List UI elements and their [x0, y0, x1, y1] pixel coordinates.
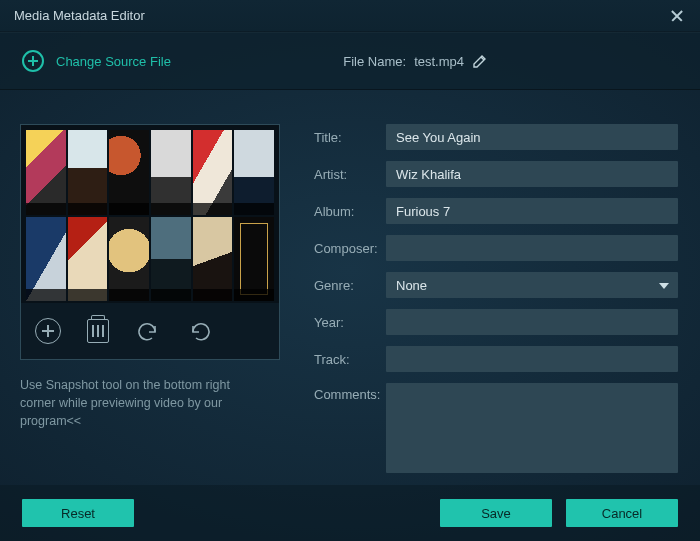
comments-input[interactable]: [386, 383, 678, 473]
hint-text: Use Snapshot tool on the bottom right co…: [20, 376, 265, 430]
thumbnail[interactable]: [68, 130, 108, 215]
close-icon[interactable]: [668, 7, 686, 25]
year-input[interactable]: [386, 309, 678, 335]
filename-display: File Name: test.mp4: [343, 53, 488, 69]
thumbnail[interactable]: [193, 217, 233, 302]
artist-label: Artist:: [314, 167, 386, 182]
thumbnail-grid: [21, 125, 279, 303]
genre-label: Genre:: [314, 278, 386, 293]
track-input[interactable]: [386, 346, 678, 372]
album-input[interactable]: [386, 198, 678, 224]
reset-button[interactable]: Reset: [22, 499, 134, 527]
composer-label: Composer:: [314, 241, 386, 256]
track-label: Track:: [314, 352, 386, 367]
footer: Reset Save Cancel: [0, 485, 700, 541]
filename-value: test.mp4: [414, 54, 464, 69]
snapshot-panel: [20, 124, 280, 360]
save-button[interactable]: Save: [440, 499, 552, 527]
thumbnail[interactable]: [234, 217, 274, 302]
year-label: Year:: [314, 315, 386, 330]
artist-input[interactable]: [386, 161, 678, 187]
thumbnail[interactable]: [26, 217, 66, 302]
window-title: Media Metadata Editor: [14, 8, 668, 23]
edit-filename-icon[interactable]: [472, 53, 488, 69]
redo-button[interactable]: [187, 318, 213, 344]
change-source-button[interactable]: Change Source File: [22, 50, 171, 72]
thumbnail[interactable]: [234, 130, 274, 215]
source-bar: Change Source File File Name: test.mp4: [0, 32, 700, 90]
delete-snapshot-button[interactable]: [87, 319, 109, 343]
thumbnail[interactable]: [151, 130, 191, 215]
metadata-form: Title: Artist: Album: Composer: Genre: Y…: [314, 124, 678, 485]
title-label: Title:: [314, 130, 386, 145]
genre-value[interactable]: [386, 272, 678, 298]
title-input[interactable]: [386, 124, 678, 150]
comments-label: Comments:: [314, 383, 386, 402]
undo-button[interactable]: [135, 318, 161, 344]
filename-label: File Name:: [343, 54, 406, 69]
add-snapshot-button[interactable]: [35, 318, 61, 344]
composer-input[interactable]: [386, 235, 678, 261]
thumbnail[interactable]: [193, 130, 233, 215]
change-source-label: Change Source File: [56, 54, 171, 69]
genre-select[interactable]: [386, 272, 678, 298]
titlebar: Media Metadata Editor: [0, 0, 700, 32]
thumbnail[interactable]: [151, 217, 191, 302]
thumbnail[interactable]: [109, 217, 149, 302]
thumbnail[interactable]: [109, 130, 149, 215]
album-label: Album:: [314, 204, 386, 219]
thumbnail[interactable]: [26, 130, 66, 215]
thumbnail[interactable]: [68, 217, 108, 302]
plus-circle-icon: [22, 50, 44, 72]
cancel-button[interactable]: Cancel: [566, 499, 678, 527]
snapshot-toolbar: [21, 303, 279, 359]
